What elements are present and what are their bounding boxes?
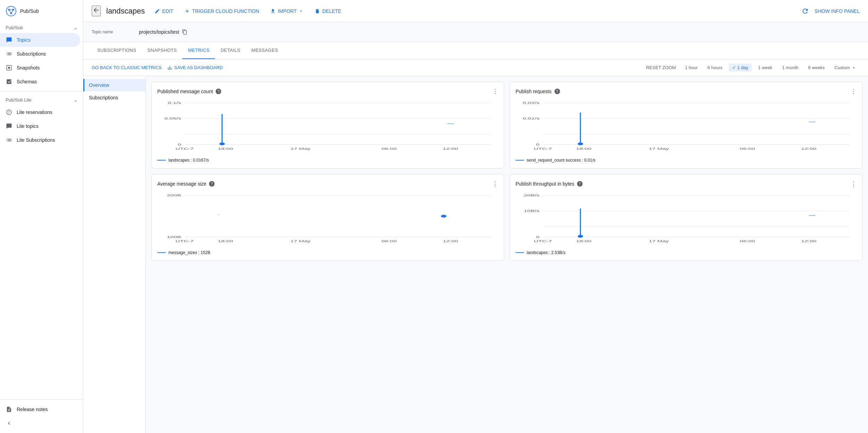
reset-zoom-label: RESET ZOOM xyxy=(646,65,676,70)
pubsub-logo-icon xyxy=(6,6,17,17)
help-icon-throughput[interactable]: ? xyxy=(577,181,583,187)
chart-header-published: Published message count ? ⋮ xyxy=(157,88,498,95)
svg-text:06:00: 06:00 xyxy=(382,147,397,150)
svg-text:10B/s: 10B/s xyxy=(524,209,540,213)
chart-menu-published[interactable]: ⋮ xyxy=(492,88,498,95)
svg-point-22 xyxy=(219,142,225,145)
metrics-nav-overview[interactable]: Overview xyxy=(83,79,145,91)
svg-text:06:00: 06:00 xyxy=(382,239,397,243)
svg-line-5 xyxy=(9,10,11,13)
tab-metrics[interactable]: METRICS xyxy=(182,42,215,59)
back-button[interactable] xyxy=(92,6,101,16)
import-button[interactable]: IMPORT xyxy=(266,6,308,16)
sidebar-bottom: Release notes xyxy=(0,399,83,433)
chart-title-published: Published message count ? xyxy=(157,89,221,94)
chart-header-size: Average message size ? ⋮ xyxy=(157,180,498,188)
delete-button[interactable]: DELETE xyxy=(310,6,345,16)
help-icon-published[interactable]: ? xyxy=(216,89,221,94)
metrics-toolbar: GO BACK TO CLASSIC METRICS SAVE AS DASHB… xyxy=(83,59,868,76)
edit-button[interactable]: EDIT xyxy=(150,6,177,16)
sidebar-item-subscriptions[interactable]: Subscriptions xyxy=(0,47,80,61)
sidebar-item-lite-reservations[interactable]: Lite reservations xyxy=(0,105,80,119)
pubsub-section-header[interactable]: Pub/Sub ⌄ xyxy=(0,22,83,33)
chart-footer-size: message_sizes : 152B xyxy=(157,250,498,255)
sidebar-item-schemas[interactable]: Schemas xyxy=(0,75,80,89)
sidebar-item-lite-reservations-label: Lite reservations xyxy=(17,109,52,115)
svg-text:18:00: 18:00 xyxy=(576,147,591,150)
svg-text:12:00: 12:00 xyxy=(801,239,816,243)
sidebar-item-release-notes[interactable]: Release notes xyxy=(0,402,80,416)
metrics-nav-subscriptions[interactable]: Subscriptions xyxy=(83,91,145,104)
time-1hour-button[interactable]: 1 hour xyxy=(682,64,701,72)
topic-info-bar: Topic name projects/topics/test xyxy=(83,22,868,42)
release-notes-icon xyxy=(6,406,12,413)
subscriptions-icon xyxy=(6,50,12,57)
chart-menu-size[interactable]: ⋮ xyxy=(492,180,498,188)
svg-text:UTC-7: UTC-7 xyxy=(176,239,194,243)
refresh-icon[interactable] xyxy=(801,7,809,15)
svg-text:18:00: 18:00 xyxy=(218,239,233,243)
svg-text:18:00: 18:00 xyxy=(576,239,591,243)
chart-header-throughput: Publish throughput in bytes ? ⋮ xyxy=(516,180,857,188)
svg-text:100B: 100B xyxy=(167,235,181,239)
svg-point-48 xyxy=(441,215,446,218)
legend-label-size: message_sizes : 152B xyxy=(168,250,210,255)
chart-footer-throughput: landscapes : 2.53B/s xyxy=(516,250,857,255)
pubsub-lite-section-header[interactable]: Pub/Sub Lite ⌄ xyxy=(0,95,83,105)
svg-text:17 May: 17 May xyxy=(290,147,310,150)
tab-details[interactable]: DETAILS xyxy=(215,42,246,59)
sidebar-logo: Pub/Sub xyxy=(0,0,83,22)
sidebar-item-lite-topics-label: Lite topics xyxy=(17,123,39,129)
chart-header-requests: Publish requests ? ⋮ xyxy=(516,88,857,95)
show-info-panel-button[interactable]: SHOW INFO PANEL xyxy=(815,8,860,14)
sidebar-item-topics-label: Topics xyxy=(17,37,31,43)
sidebar-item-lite-subscriptions[interactable]: Lite Subscriptions xyxy=(0,133,80,147)
trigger-cloud-function-label: TRIGGER CLOUD FUNCTION xyxy=(192,8,259,14)
topic-icon xyxy=(6,36,12,43)
go-back-classic-metrics-button[interactable]: GO BACK TO CLASSIC METRICS xyxy=(92,65,162,70)
svg-text:200B: 200B xyxy=(167,194,181,197)
topic-name-text: projects/topics/test xyxy=(139,29,179,35)
lite-reservations-icon xyxy=(6,109,12,116)
sidebar-item-collapse[interactable] xyxy=(0,416,80,430)
chart-title-requests: Publish requests ? xyxy=(516,89,560,94)
svg-text:UTC-7: UTC-7 xyxy=(534,147,552,150)
svg-text:-: - xyxy=(218,213,220,216)
time-1month-button[interactable]: 1 month xyxy=(779,64,802,72)
topbar-right: SHOW INFO PANEL xyxy=(801,7,860,15)
delete-label: DELETE xyxy=(322,8,341,14)
time-1day-button[interactable]: ✓ 1 day xyxy=(729,64,752,72)
tab-messages[interactable]: MESSAGES xyxy=(246,42,284,59)
chart-menu-throughput[interactable]: ⋮ xyxy=(850,180,857,188)
chart-title-throughput: Publish throughput in bytes ? xyxy=(516,181,583,187)
sidebar-divider xyxy=(0,91,83,92)
sidebar-item-topics[interactable]: Topics xyxy=(0,33,80,47)
time-1week-button[interactable]: 1 week xyxy=(754,64,776,72)
tab-subscriptions[interactable]: SUBSCRIPTIONS xyxy=(92,42,142,59)
help-icon-size[interactable]: ? xyxy=(209,181,215,187)
svg-point-8 xyxy=(8,67,10,69)
time-6weeks-button[interactable]: 6 weeks xyxy=(805,64,828,72)
legend-line-size xyxy=(157,252,166,253)
svg-text:0: 0 xyxy=(536,143,540,146)
sidebar: Pub/Sub Pub/Sub ⌄ Topics Subscriptions xyxy=(0,0,83,433)
metrics-nav-sidebar: Overview Subscriptions xyxy=(83,76,146,433)
pubsub-lite-section: Pub/Sub Lite ⌄ Lite reservations Lite to… xyxy=(0,95,83,147)
time-6hours-button[interactable]: 6 hours xyxy=(704,64,726,72)
sidebar-item-wrapper-topics: Topics xyxy=(0,33,83,47)
chart-menu-requests[interactable]: ⋮ xyxy=(850,88,857,95)
copy-icon[interactable] xyxy=(182,29,187,35)
svg-text:0.01/s: 0.01/s xyxy=(523,117,540,120)
time-custom-dropdown[interactable]: Custom xyxy=(831,64,860,72)
chart-body-size: 200B 100B UTC-7 18:00 17 May 06:00 12:00… xyxy=(157,192,498,247)
help-icon-requests[interactable]: ? xyxy=(554,89,560,94)
svg-text:0.1/s: 0.1/s xyxy=(168,101,181,105)
trigger-cloud-function-button[interactable]: TRIGGER CLOUD FUNCTION xyxy=(180,6,263,16)
tab-snapshots[interactable]: SNAPSHOTS xyxy=(142,42,183,59)
lite-topics-icon xyxy=(6,123,12,130)
save-dashboard-button[interactable]: SAVE AS DASHBOARD xyxy=(167,65,223,70)
sidebar-item-lite-topics[interactable]: Lite topics xyxy=(0,119,80,133)
sidebar-item-snapshots[interactable]: Snapshots xyxy=(0,61,80,75)
svg-text:0.05/s: 0.05/s xyxy=(165,117,181,120)
svg-line-6 xyxy=(11,10,13,13)
